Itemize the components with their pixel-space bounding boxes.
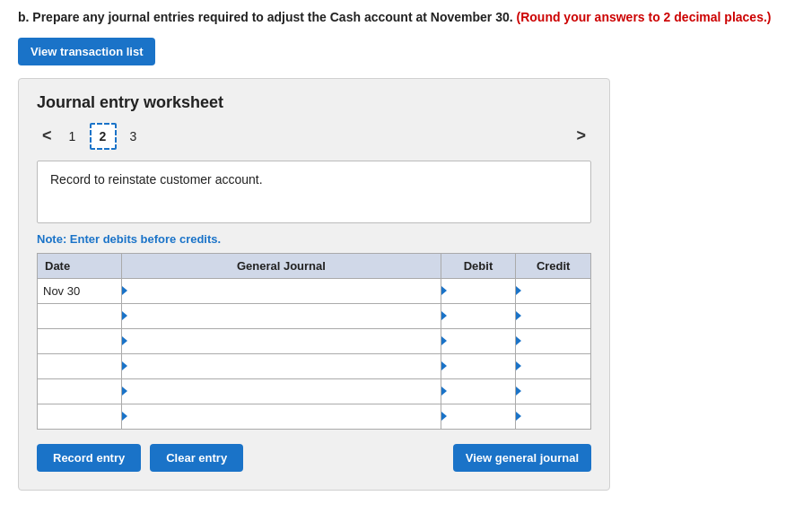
table-row-journal-0[interactable] [122, 278, 441, 303]
tab-nav-right[interactable]: > [571, 126, 591, 145]
journal-input-3[interactable] [122, 354, 441, 378]
table-row-date-4 [38, 378, 122, 404]
table-row-date-3 [38, 353, 122, 378]
view-transaction-button[interactable]: View transaction list [18, 38, 155, 65]
table-row-date-5 [38, 404, 122, 429]
table-row-debit-5[interactable] [441, 404, 516, 429]
clear-entry-button[interactable]: Clear entry [150, 444, 243, 472]
debit-input-5[interactable] [441, 404, 516, 429]
table-row-credit-5[interactable] [516, 404, 591, 429]
description-box: Record to reinstate customer account. [37, 161, 591, 223]
table-row-journal-5[interactable] [122, 404, 441, 429]
journal-input-5[interactable] [122, 404, 441, 429]
table-row-debit-0[interactable] [441, 278, 516, 303]
tab-nav-left[interactable]: < [37, 126, 57, 145]
table-row-date-2 [38, 328, 122, 353]
tab-3[interactable]: 3 [120, 123, 147, 150]
journal-input-1[interactable] [122, 304, 441, 328]
debit-input-3[interactable] [441, 354, 516, 378]
credit-input-1[interactable] [516, 304, 590, 328]
button-row: Record entry Clear entry View general jo… [37, 444, 591, 472]
credit-input-3[interactable] [516, 354, 590, 378]
tab-row: < 1 2 3 > [37, 123, 591, 150]
header-journal: General Journal [122, 253, 441, 278]
table-row-credit-1[interactable] [516, 303, 591, 328]
table-row-debit-3[interactable] [441, 353, 516, 378]
header-credit: Credit [516, 253, 591, 278]
table-row-debit-4[interactable] [441, 378, 516, 404]
table-row-credit-2[interactable] [516, 328, 591, 353]
journal-input-0[interactable] [122, 279, 441, 303]
table-row-journal-3[interactable] [122, 353, 441, 378]
journal-input-2[interactable] [122, 329, 441, 353]
table-row-date-1 [38, 303, 122, 328]
journal-table: Date General Journal Debit Credit Nov 30 [37, 253, 591, 430]
debit-input-4[interactable] [441, 379, 516, 404]
credit-input-0[interactable] [516, 279, 590, 303]
tab-2[interactable]: 2 [90, 123, 117, 150]
header-debit: Debit [441, 253, 516, 278]
credit-input-5[interactable] [516, 404, 590, 429]
credit-input-2[interactable] [516, 329, 590, 353]
note-text: Note: Enter debits before credits. [37, 232, 591, 246]
worksheet-title: Journal entry worksheet [37, 93, 591, 112]
record-entry-button[interactable]: Record entry [37, 444, 141, 472]
table-row-credit-3[interactable] [516, 353, 591, 378]
tab-1[interactable]: 1 [59, 123, 86, 150]
table-row-journal-2[interactable] [122, 328, 441, 353]
credit-input-4[interactable] [516, 379, 590, 404]
debit-input-2[interactable] [441, 329, 516, 353]
table-row-credit-0[interactable] [516, 278, 591, 303]
debit-input-0[interactable] [441, 279, 516, 303]
top-instruction: b. Prepare any journal entries required … [18, 9, 794, 27]
table-row-journal-1[interactable] [122, 303, 441, 328]
table-row-credit-4[interactable] [516, 378, 591, 404]
table-row-journal-4[interactable] [122, 378, 441, 404]
table-row-debit-2[interactable] [441, 328, 516, 353]
worksheet-container: Journal entry worksheet < 1 2 3 > Record… [18, 78, 610, 491]
table-row-debit-1[interactable] [441, 303, 516, 328]
debit-input-1[interactable] [441, 304, 516, 328]
header-date: Date [38, 253, 122, 278]
table-row-date-0: Nov 30 [38, 278, 122, 303]
journal-input-4[interactable] [122, 379, 441, 404]
view-general-journal-button[interactable]: View general journal [453, 444, 591, 472]
description-text: Record to reinstate customer account. [50, 172, 263, 187]
